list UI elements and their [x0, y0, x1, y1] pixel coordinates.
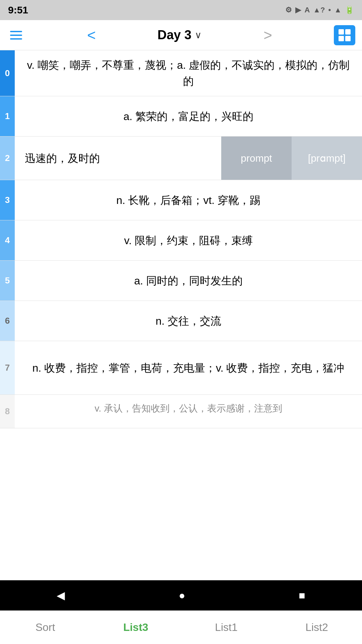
nav-bar: < Day 3 ∨ > [0, 20, 362, 50]
tab-list3[interactable]: List3 [90, 611, 181, 644]
word-row[interactable]: 7 n. 收费，指控，掌管，电荷，充电量；v. 收费，指控，充电，猛冲 [0, 341, 362, 395]
wifi-icon: ▲? [313, 6, 325, 14]
word-row[interactable]: 3 n. 长靴，后备箱；vt. 穿靴，踢 [0, 180, 362, 220]
forward-button[interactable]: > [258, 26, 277, 44]
page-title: Day 3 [158, 28, 191, 42]
overlay-buttons: prompt [prɑmpt] [221, 137, 362, 180]
signal-icon: ▲ [334, 6, 342, 14]
tab-sort[interactable]: Sort [0, 611, 90, 644]
row-index-0: 0 [0, 50, 15, 96]
word-definition-1: a. 繁荣的，富足的，兴旺的 [15, 96, 362, 136]
word-row[interactable]: 2 迅速的，及时的 prompt [prɑmpt] [0, 137, 362, 180]
grid-view-button[interactable] [334, 25, 355, 45]
word-definition-8: v. 承认，告知收到，公认，表示感谢，注意到 [15, 395, 362, 428]
word-definition-3: n. 长靴，后备箱；vt. 穿靴，踢 [15, 180, 362, 220]
word-definition-4: v. 限制，约束，阻碍，束缚 [15, 220, 362, 260]
bottom-tab-bar: Sort List3 List1 List2 [0, 610, 362, 644]
row-index-8: 8 [0, 395, 15, 428]
status-icons: ⚙ ▶ A ▲? • ▲ 🔋 [285, 6, 354, 14]
battery-icon: 🔋 [345, 6, 354, 14]
svg-rect-3 [345, 36, 351, 41]
android-back-button[interactable]: ◀ [47, 586, 75, 605]
word-overlay-button[interactable]: prompt [221, 137, 292, 180]
word-row[interactable]: 4 v. 限制，约束，阻碍，束缚 [0, 220, 362, 261]
word-list: 0 v. 嘲笑，嘲弄，不尊重，蔑视；a. 虚假的，不诚实的，模拟的，仿制的 1 … [0, 50, 362, 428]
svg-rect-2 [339, 36, 344, 41]
word-definition-0: v. 嘲笑，嘲弄，不尊重，蔑视；a. 虚假的，不诚实的，模拟的，仿制的 [15, 50, 362, 96]
android-home-button[interactable]: ● [169, 586, 195, 605]
row-index-5: 5 [0, 261, 15, 301]
title-dropdown[interactable]: Day 3 ∨ [158, 28, 202, 42]
settings-icon: ⚙ [285, 6, 292, 14]
dot-icon: • [328, 6, 331, 14]
svg-rect-1 [345, 29, 351, 35]
status-time: 9:51 [8, 4, 28, 16]
word-row[interactable]: 5 a. 同时的，同时发生的 [0, 261, 362, 301]
word-row-partial[interactable]: 8 v. 承认，告知收到，公认，表示感谢，注意到 [0, 395, 362, 428]
row-index-2: 2 [0, 137, 15, 180]
phonetic-overlay-button[interactable]: [prɑmpt] [292, 137, 362, 180]
word-row[interactable]: 1 a. 繁荣的，富足的，兴旺的 [0, 96, 362, 137]
menu-button[interactable] [7, 28, 25, 43]
row-index-6: 6 [0, 301, 15, 341]
row-index-1: 1 [0, 96, 15, 136]
row-index-7: 7 [0, 341, 15, 394]
word-definition-7: n. 收费，指控，掌管，电荷，充电量；v. 收费，指控，充电，猛冲 [15, 341, 362, 394]
word-definition-6: n. 交往，交流 [15, 301, 362, 341]
status-bar: 9:51 ⚙ ▶ A ▲? • ▲ 🔋 [0, 0, 362, 20]
word-row[interactable]: 0 v. 嘲笑，嘲弄，不尊重，蔑视；a. 虚假的，不诚实的，模拟的，仿制的 [0, 50, 362, 96]
row-index-4: 4 [0, 220, 15, 260]
android-nav-bar: ◀ ● ■ [0, 580, 362, 610]
word-definition-5: a. 同时的，同时发生的 [15, 261, 362, 301]
tab-list2[interactable]: List2 [272, 611, 362, 644]
android-recent-button[interactable]: ■ [289, 586, 315, 605]
chevron-down-icon: ∨ [195, 30, 202, 41]
row-index-3: 3 [0, 180, 15, 220]
tab-list1[interactable]: List1 [181, 611, 272, 644]
svg-rect-0 [339, 29, 344, 35]
word-row[interactable]: 6 n. 交往，交流 [0, 301, 362, 341]
back-button[interactable]: < [82, 26, 101, 44]
font-icon: A [304, 6, 310, 14]
play-icon: ▶ [295, 6, 301, 14]
